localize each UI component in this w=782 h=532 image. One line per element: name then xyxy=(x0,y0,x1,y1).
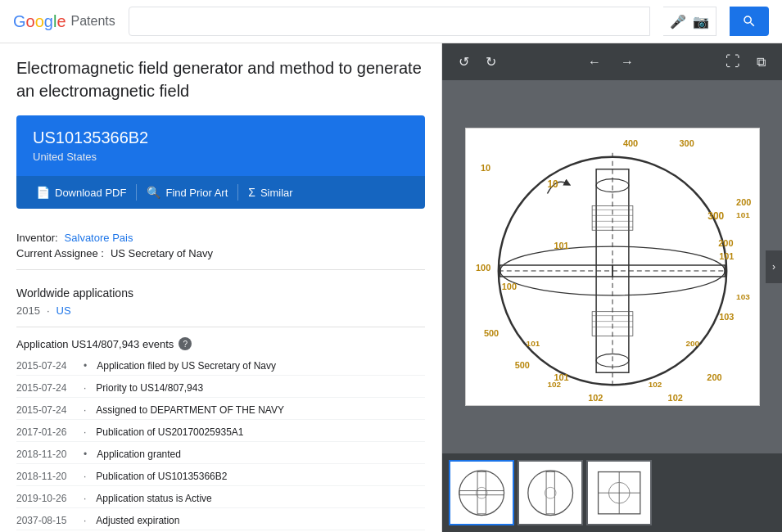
next-page-button[interactable]: → xyxy=(617,52,637,73)
event-desc: Application status is Active xyxy=(96,493,425,504)
download-pdf-button[interactable]: 📄 Download PDF xyxy=(26,183,136,202)
event-desc: Publication of US10135366B2 xyxy=(96,471,425,482)
event-row: 2018-11-20 · Publication of US10135366B2 xyxy=(16,467,425,486)
event-bullet: · xyxy=(84,471,86,482)
event-date: 2018-11-20 xyxy=(16,471,74,482)
patent-diagram: 10 300 200 200 101 103 100 500 500 101 1… xyxy=(465,128,760,406)
event-bullet: · xyxy=(84,426,86,438)
camera-icon[interactable]: 📷 xyxy=(693,14,709,29)
header: Google Patents 🎤 📷 xyxy=(0,0,782,43)
help-icon[interactable]: ? xyxy=(179,337,192,350)
country-tag-us[interactable]: US xyxy=(57,304,71,317)
expand-button[interactable]: ⛶ xyxy=(722,50,744,74)
patent-actions: 📄 Download PDF 🔍 Find Prior Art Σ Simila… xyxy=(16,176,425,209)
similar-button[interactable]: Σ Similar xyxy=(238,183,302,202)
worldwide-applications-title: Worldwide applications xyxy=(16,286,425,300)
event-bullet: · xyxy=(84,382,86,394)
event-bullet: • xyxy=(84,449,87,460)
inventor-row: Inventor: Salvatore Pais xyxy=(16,232,425,244)
svg-text:100: 100 xyxy=(475,263,490,273)
rotate-cw-button[interactable]: ↻ xyxy=(482,51,499,73)
right-panel: ↺ ↻ ← → ⛶ ⧉ xyxy=(442,43,782,532)
patents-wordmark: Patents xyxy=(71,14,115,29)
patent-header: US10135366B2 United States xyxy=(16,115,425,176)
event-date: 2018-11-20 xyxy=(16,449,74,460)
svg-text:102: 102 xyxy=(547,380,561,389)
event-bullet: · xyxy=(84,493,86,504)
scroll-right-arrow[interactable]: › xyxy=(766,250,782,283)
thumbnail-3[interactable] xyxy=(586,460,652,525)
thumbnail-2[interactable] xyxy=(518,460,583,525)
event-row: 2015-07-24 • Application filed by US Sec… xyxy=(16,357,425,376)
event-row: 2015-07-24 · Priority to US14/807,943 xyxy=(16,379,425,398)
inventor-link[interactable]: Salvatore Pais xyxy=(65,232,133,244)
inventor-label: Inventor: xyxy=(16,232,58,244)
events-title: Application US14/807,943 events ? xyxy=(16,337,425,350)
event-bullet: · xyxy=(84,404,86,416)
find-prior-art-button[interactable]: 🔍 Find Prior Art xyxy=(137,183,237,202)
svg-text:500: 500 xyxy=(483,328,498,338)
thumbnail-1[interactable] xyxy=(449,460,514,525)
main-content: Electromagnetic field generator and meth… xyxy=(0,43,782,532)
events-section: Application US14/807,943 events ? 2015-0… xyxy=(16,337,425,530)
worldwide-applications-section: Worldwide applications 2015 · US xyxy=(16,270,425,327)
event-date: 2017-01-26 xyxy=(16,426,74,438)
toolbar-left: ↺ ↻ xyxy=(455,51,499,73)
left-panel: Electromagnetic field generator and meth… xyxy=(0,43,442,532)
patent-title: Electromagnetic field generator and meth… xyxy=(16,56,425,102)
event-date: 2015-07-24 xyxy=(16,360,74,372)
events-list: 2015-07-24 • Application filed by US Sec… xyxy=(16,357,425,530)
event-date: 2015-07-24 xyxy=(16,404,74,416)
inventor-section: Inventor: Salvatore Pais Current Assigne… xyxy=(16,222,425,270)
viewer-toolbar: ↺ ↻ ← → ⛶ ⧉ xyxy=(442,43,782,80)
svg-rect-47 xyxy=(459,490,504,494)
event-row: 2018-11-20 • Application granted xyxy=(16,445,425,464)
google-wordmark: Google xyxy=(13,12,66,31)
toolbar-right: ⛶ ⧉ xyxy=(722,50,769,74)
google-patents-logo: Google Patents xyxy=(13,12,115,31)
prev-page-button[interactable]: ← xyxy=(585,52,604,73)
event-desc: Publication of US20170025935A1 xyxy=(96,426,425,438)
svg-text:400: 400 xyxy=(622,138,637,148)
download-icon: 📄 xyxy=(36,186,50,199)
toolbar-center: ← → xyxy=(585,52,637,73)
event-row: 2015-07-24 · Assigned to DEPARTMENT OF T… xyxy=(16,401,425,420)
event-row: 2037-08-15 · Adjusted expiration xyxy=(16,512,425,530)
svg-point-45 xyxy=(459,471,504,516)
svg-rect-46 xyxy=(477,471,486,513)
event-row: 2019-10-26 · Application status is Activ… xyxy=(16,489,425,508)
sigma-icon: Σ xyxy=(248,186,255,199)
year-tag-2015: 2015 xyxy=(16,304,40,317)
event-desc: Application granted xyxy=(97,449,425,460)
svg-text:300: 300 xyxy=(679,138,694,148)
event-desc: Priority to US14/807,943 xyxy=(96,382,425,394)
external-link-button[interactable]: ⧉ xyxy=(753,52,769,73)
event-row: 2017-01-26 · Publication of US2017002593… xyxy=(16,423,425,442)
assignee-label: Current Assignee : xyxy=(16,247,104,259)
event-bullet: · xyxy=(84,515,86,526)
search-input[interactable] xyxy=(129,7,650,36)
events-title-text: Application US14/807,943 events xyxy=(16,338,174,350)
search-button[interactable] xyxy=(730,7,769,36)
svg-rect-50 xyxy=(546,471,554,513)
svg-text:101: 101 xyxy=(526,339,540,348)
diagram-viewer: 10 300 200 200 101 103 100 500 500 101 1… xyxy=(442,80,782,453)
event-desc: Adjusted expiration xyxy=(96,515,425,526)
year-tags: 2015 · US xyxy=(16,304,425,317)
patent-number: US10135366B2 xyxy=(33,128,409,147)
svg-text:200: 200 xyxy=(736,197,751,207)
svg-text:103: 103 xyxy=(736,292,750,301)
search-small-icon: 🔍 xyxy=(147,186,160,199)
microphone-icon[interactable]: 🎤 xyxy=(670,14,686,29)
assignee-row: Current Assignee : US Secretary of Navy xyxy=(16,247,425,259)
patent-country: United States xyxy=(33,151,409,163)
rotate-ccw-button[interactable]: ↺ xyxy=(455,51,472,73)
svg-text:102: 102 xyxy=(648,380,662,389)
event-date: 2019-10-26 xyxy=(16,493,74,504)
svg-text:10: 10 xyxy=(480,163,490,173)
event-desc: Assigned to DEPARTMENT OF THE NAVY xyxy=(96,404,425,416)
bullet-separator: · xyxy=(47,304,50,317)
search-icon-bar: 🎤 📷 xyxy=(663,7,716,36)
svg-point-49 xyxy=(528,471,573,516)
event-date: 2037-08-15 xyxy=(16,515,74,526)
